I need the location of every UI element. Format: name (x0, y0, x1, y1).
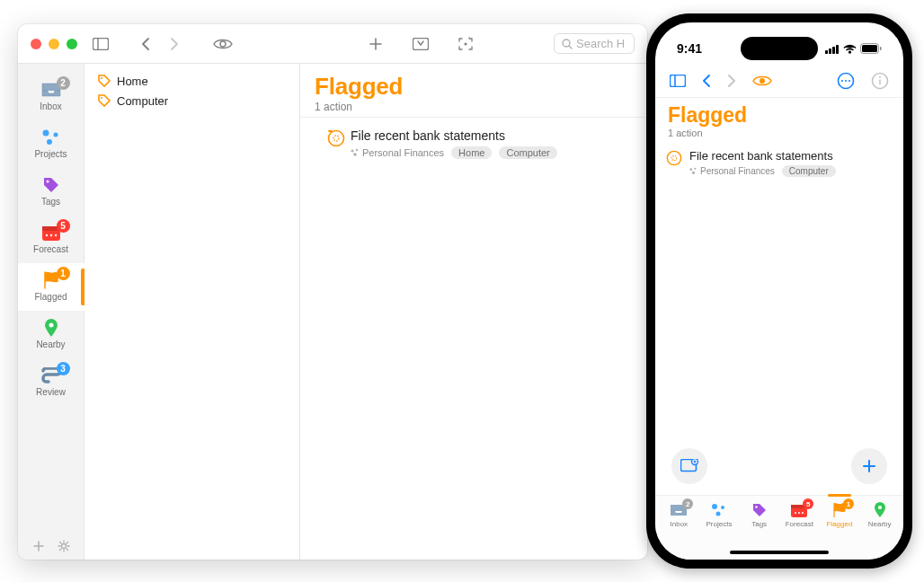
sidebar-item-inbox[interactable]: 2 Inbox (18, 73, 84, 120)
tag-chip-computer[interactable]: Computer (782, 165, 836, 177)
svg-point-38 (848, 79, 850, 81)
svg-point-19 (101, 97, 102, 99)
focus-icon[interactable] (455, 33, 476, 55)
action-title: File recent bank statements (689, 149, 891, 163)
main-header: Flagged 1 action (300, 64, 647, 118)
phone-content: Flagged 1 action File recent bank statem… (655, 98, 903, 560)
dynamic-island (741, 37, 818, 60)
more-icon[interactable] (837, 72, 855, 90)
cellular-icon (825, 44, 840, 54)
svg-point-55 (795, 512, 796, 514)
svg-point-57 (802, 512, 804, 514)
sidebar-item-review[interactable]: 3 Review (18, 358, 84, 406)
tag-icon (97, 93, 111, 108)
main-content: Flagged 1 action File recent bank statem… (300, 64, 647, 560)
phone-tabbar: 2 Inbox Projects Tags 5 Fo (655, 495, 903, 560)
svg-point-17 (61, 544, 66, 549)
projects-icon (40, 128, 63, 147)
action-row[interactable]: File recent bank statements Personal Fin… (655, 140, 903, 177)
sidebar-item-tags[interactable]: Tags (18, 168, 84, 216)
eye-icon[interactable] (212, 33, 234, 55)
sidebar-item-forecast[interactable]: 5 Forecast (18, 216, 84, 263)
add-perspective-icon[interactable] (32, 540, 45, 552)
tab-inbox[interactable]: 2 Inbox (660, 501, 697, 528)
sidebar-label: Forecast (33, 244, 68, 254)
tags-icon (750, 501, 769, 519)
svg-point-36 (841, 79, 843, 81)
sidebar-toggle-icon[interactable] (670, 75, 686, 87)
svg-point-37 (845, 79, 847, 81)
outline-item-computer[interactable]: Computer (93, 91, 290, 110)
svg-point-8 (53, 133, 58, 137)
inbox-badge: 2 (57, 76, 70, 90)
svg-point-18 (101, 77, 102, 79)
nearby-icon (40, 318, 63, 338)
nearby-icon (870, 501, 890, 519)
tab-projects[interactable]: Projects (700, 501, 738, 528)
eye-icon[interactable] (752, 75, 772, 87)
forward-button[interactable] (164, 33, 185, 55)
tab-flagged[interactable]: 1 Flagged (821, 501, 858, 528)
perspective-sidebar: 2 Inbox Projects Tags 5 (18, 64, 84, 560)
forecast-icon: 5 (40, 223, 63, 242)
outline-label: Home (117, 75, 148, 88)
action-project[interactable]: Personal Finances (689, 166, 775, 176)
tag-chip-home[interactable]: Home (451, 146, 492, 159)
settings-icon[interactable] (58, 540, 70, 552)
tag-chip-computer[interactable]: Computer (499, 146, 556, 159)
svg-rect-30 (862, 45, 877, 52)
sidebar-label: Projects (34, 149, 67, 159)
action-project[interactable]: Personal Finances (351, 147, 444, 158)
back-button[interactable] (702, 74, 711, 88)
svg-point-7 (42, 130, 49, 137)
maximize-button[interactable] (67, 39, 77, 49)
tab-tags[interactable]: Tags (741, 501, 778, 528)
forward-button[interactable] (727, 74, 736, 88)
page-title: Flagged (315, 73, 633, 101)
svg-point-24 (353, 153, 357, 156)
svg-point-21 (333, 136, 339, 141)
close-button[interactable] (31, 39, 41, 49)
page-subtitle: 1 action (315, 101, 633, 113)
minimize-button[interactable] (49, 39, 59, 49)
phone-device: 9:41 Flagged 1 action (646, 13, 912, 569)
sidebar-toggle-icon[interactable] (90, 33, 111, 55)
tab-forecast[interactable]: 5 Forecast (780, 501, 818, 528)
svg-point-45 (694, 168, 696, 170)
page-title: Flagged (668, 103, 891, 128)
back-button[interactable] (135, 33, 156, 55)
tags-icon (40, 175, 63, 195)
info-icon[interactable] (871, 72, 889, 90)
sidebar-item-flagged[interactable]: 1 Flagged (18, 263, 84, 311)
home-indicator[interactable] (730, 551, 829, 554)
flagged-badge: 1 (57, 267, 70, 280)
action-row[interactable]: File recent bank statements Personal Fin… (300, 118, 647, 164)
sidebar-label: Nearby (36, 340, 65, 349)
add-action-button[interactable] (851, 448, 887, 484)
search-field[interactable]: Search H (554, 33, 635, 54)
action-metadata: Personal Finances Home Computer (351, 146, 633, 159)
svg-rect-25 (825, 50, 828, 54)
sidebar-item-projects[interactable]: Projects (18, 120, 84, 168)
quick-entry-button[interactable] (671, 448, 707, 484)
svg-point-13 (45, 234, 47, 236)
sidebar-footer (18, 540, 84, 552)
search-placeholder: Search H (576, 37, 625, 50)
flag-status-icon[interactable] (327, 129, 343, 146)
review-badge: 3 (57, 362, 70, 375)
plus-icon[interactable] (365, 33, 386, 55)
svg-rect-28 (836, 45, 839, 54)
tab-nearby[interactable]: Nearby (861, 501, 899, 528)
quick-entry-icon[interactable] (410, 33, 431, 55)
flag-status-icon[interactable] (666, 150, 682, 166)
sidebar-item-nearby[interactable]: Nearby (18, 311, 84, 358)
sidebar-label: Tags (41, 197, 60, 207)
flagged-icon: 1 (40, 270, 63, 290)
svg-rect-27 (832, 47, 835, 54)
outline-item-home[interactable]: Home (93, 71, 290, 91)
outline-label: Computer (117, 94, 168, 108)
flagged-icon: 1 (830, 501, 849, 519)
svg-line-6 (569, 46, 572, 48)
action-title: File recent bank statements (351, 128, 633, 143)
svg-point-43 (671, 155, 676, 160)
